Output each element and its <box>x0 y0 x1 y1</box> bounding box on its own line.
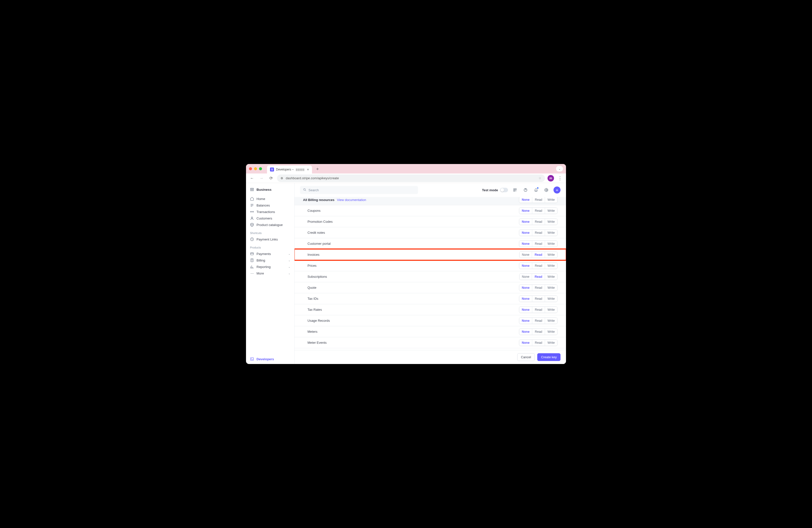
perm-option-none[interactable]: None <box>519 296 532 302</box>
perm-option-write[interactable]: Write <box>545 329 557 335</box>
cancel-button[interactable]: Cancel <box>517 353 535 361</box>
account-switcher[interactable]: Business <box>246 187 294 195</box>
perm-option-write[interactable]: Write <box>545 274 557 280</box>
perm-option-read[interactable]: Read <box>532 318 545 324</box>
forward-button[interactable]: → <box>258 175 265 182</box>
perm-option-none[interactable]: None <box>520 274 532 280</box>
permission-selector[interactable]: NoneReadWrite <box>519 307 557 313</box>
clock-icon <box>250 237 254 241</box>
settings-icon[interactable] <box>543 187 550 193</box>
perm-option-write[interactable]: Write <box>545 230 557 236</box>
permission-selector[interactable]: NoneReadWrite <box>519 328 557 335</box>
perm-option-read[interactable]: Read <box>532 340 545 346</box>
group-permission-selector[interactable]: None Read Write <box>519 197 557 203</box>
perm-option-write[interactable]: Write <box>545 285 557 291</box>
permission-selector[interactable]: NoneReadWrite <box>519 240 557 247</box>
sidebar-item-customers[interactable]: Customers <box>246 215 294 221</box>
perm-option-read[interactable]: Read <box>532 296 545 302</box>
perm-option-write[interactable]: Write <box>545 318 557 324</box>
browser-tab[interactable]: S Developers – ▮▮▮▮▮ × <box>267 165 312 174</box>
sidebar-item-reporting[interactable]: Reporting ⌄ <box>246 264 294 270</box>
perm-option-read[interactable]: Read <box>532 274 545 280</box>
permission-selector[interactable]: NoneReadWrite <box>519 295 557 302</box>
perm-option-read[interactable]: Read <box>532 230 545 236</box>
perm-option-write[interactable]: Write <box>545 252 557 258</box>
view-docs-link[interactable]: View documentation <box>337 198 366 202</box>
sidebar-item-catalogue[interactable]: Product catalogue <box>246 221 294 228</box>
perm-option-read[interactable]: Read <box>532 307 545 313</box>
create-key-button[interactable]: Create key <box>537 353 561 361</box>
perm-option-none[interactable]: None <box>519 208 532 214</box>
perm-option-none[interactable]: None <box>519 197 532 203</box>
help-icon[interactable] <box>522 187 529 193</box>
sidebar-item-payments[interactable]: Payments ⌄ <box>246 250 294 257</box>
svg-point-10 <box>546 190 547 191</box>
profile-avatar[interactable]: m <box>548 175 554 181</box>
sidebar-item-payment-links[interactable]: Payment Links <box>246 236 294 243</box>
perm-option-none[interactable]: None <box>519 241 532 247</box>
permission-selector[interactable]: NoneReadWrite <box>519 339 557 346</box>
permission-selector[interactable]: NoneReadWrite <box>519 274 557 280</box>
perm-option-write[interactable]: Write <box>545 263 557 269</box>
perm-option-none[interactable]: None <box>519 307 532 313</box>
perm-option-write[interactable]: Write <box>545 219 557 225</box>
address-bar[interactable]: ⚙ dashboard.stripe.com/apikeys/create ☆ <box>277 175 545 182</box>
perm-option-none[interactable]: None <box>519 263 532 269</box>
perm-option-read[interactable]: Read <box>532 263 545 269</box>
site-settings-icon[interactable]: ⚙ <box>280 176 283 180</box>
permission-selector[interactable]: NoneReadWrite <box>519 251 557 258</box>
perm-option-write[interactable]: Write <box>545 208 557 214</box>
tab-overflow-button[interactable]: ⌄ <box>556 166 563 172</box>
perm-option-read[interactable]: Read <box>532 219 545 225</box>
sidebar-item-home[interactable]: Home <box>246 195 294 202</box>
perm-option-none[interactable]: None <box>520 252 532 258</box>
permission-row: PricesNoneReadWrite <box>294 260 566 271</box>
bookmark-icon[interactable]: ☆ <box>538 176 541 180</box>
new-tab-button[interactable]: ＋ <box>314 165 321 172</box>
perm-option-read[interactable]: Read <box>532 329 545 335</box>
sidebar-developers-link[interactable]: Developers <box>246 354 294 364</box>
notifications-icon[interactable] <box>533 187 539 193</box>
perm-option-read[interactable]: Read <box>532 285 545 291</box>
permission-row: Meter EventsNoneReadWrite <box>294 337 566 348</box>
perm-option-read[interactable]: Read <box>532 197 545 203</box>
perm-option-write[interactable]: Write <box>545 307 557 313</box>
toggle-switch[interactable] <box>500 188 508 192</box>
permission-selector[interactable]: NoneReadWrite <box>519 263 557 269</box>
perm-option-read[interactable]: Read <box>532 252 545 258</box>
close-tab-icon[interactable]: × <box>307 167 309 172</box>
perm-option-none[interactable]: None <box>519 230 532 236</box>
permission-selector[interactable]: NoneReadWrite <box>519 284 557 291</box>
sidebar-item-more[interactable]: ⋯ More ⌄ <box>246 270 294 277</box>
perm-option-none[interactable]: None <box>519 318 532 324</box>
sidebar-item-billing[interactable]: Billing ⌄ <box>246 257 294 264</box>
perm-option-none[interactable]: None <box>519 329 532 335</box>
stripe-favicon-icon: S <box>270 167 274 172</box>
perm-option-read[interactable]: Read <box>532 208 545 214</box>
apps-icon[interactable] <box>511 187 519 193</box>
perm-option-write[interactable]: Write <box>545 296 557 302</box>
sidebar-item-balances[interactable]: Balances <box>246 202 294 208</box>
perm-option-read[interactable]: Read <box>532 241 545 247</box>
create-button[interactable]: ＋ <box>553 187 561 193</box>
test-mode-toggle[interactable]: Test mode <box>482 188 508 192</box>
perm-option-write[interactable]: Write <box>545 340 557 346</box>
close-window-icon[interactable] <box>249 167 252 170</box>
minimize-window-icon[interactable] <box>254 167 257 170</box>
perm-option-write[interactable]: Write <box>545 197 557 203</box>
search-input[interactable]: Search <box>300 186 418 194</box>
permission-selector[interactable]: NoneReadWrite <box>519 230 557 236</box>
balances-icon <box>250 203 254 207</box>
reload-button[interactable]: ⟳ <box>267 175 275 182</box>
perm-option-none[interactable]: None <box>519 285 532 291</box>
perm-option-none[interactable]: None <box>519 340 532 346</box>
permission-selector[interactable]: NoneReadWrite <box>519 207 557 214</box>
browser-menu-icon[interactable]: ⋮ <box>556 175 564 182</box>
back-button[interactable]: ← <box>248 175 256 182</box>
maximize-window-icon[interactable] <box>259 167 262 170</box>
perm-option-write[interactable]: Write <box>545 241 557 247</box>
permission-selector[interactable]: NoneReadWrite <box>519 219 557 225</box>
sidebar-item-transactions[interactable]: Transactions <box>246 208 294 215</box>
perm-option-none[interactable]: None <box>519 219 532 225</box>
permission-selector[interactable]: NoneReadWrite <box>519 318 557 324</box>
